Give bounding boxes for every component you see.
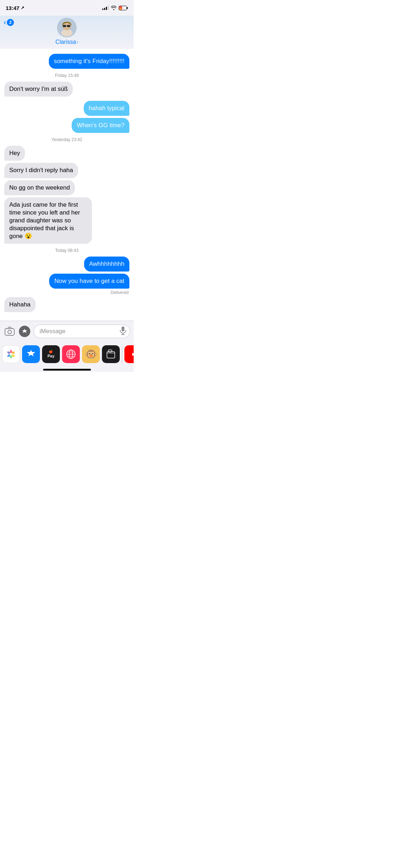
message-row: Hey	[0, 145, 134, 161]
message-bubble-received: Sorry I didn't reply haha	[4, 163, 78, 178]
message-row: hahah typical	[0, 100, 134, 117]
dock-divider	[122, 345, 122, 363]
dock-applepay[interactable]: 🍎 Pay	[42, 345, 60, 363]
status-bar: 13:47 ↗ ⚡	[0, 0, 134, 16]
message-bubble-received: Hey	[4, 146, 25, 161]
youtube-icon	[128, 348, 134, 360]
avatar[interactable]	[57, 18, 77, 37]
message-bubble-sent: something it's Friday!!!!!!!!!	[49, 54, 129, 69]
message-row: Sorry I didn't reply haha	[0, 162, 134, 179]
message-input-wrapper: iMessage	[34, 325, 130, 338]
message-row: Don't worry I'm at süß	[0, 81, 134, 97]
dock-appstore[interactable]	[22, 345, 40, 363]
dock-monkey[interactable]: 🐵	[82, 345, 100, 363]
appstore-icon	[25, 348, 37, 360]
dock-photos[interactable]	[2, 345, 20, 363]
svg-rect-12	[122, 326, 124, 331]
message-row: Awhhhhhhhh	[0, 256, 134, 272]
chat-area: something it's Friday!!!!!!!!! Friday 15…	[0, 49, 134, 321]
appstore-button[interactable]	[19, 325, 31, 337]
message-row: Now you have to get a cat	[0, 273, 134, 289]
input-bar: iMessage	[0, 321, 134, 342]
message-bubble-sent: hahah typical	[84, 101, 129, 116]
time-label: 13:47	[6, 5, 19, 11]
camera-icon	[5, 327, 15, 336]
dock-files[interactable]	[102, 345, 120, 363]
back-button[interactable]: ‹ 2	[4, 18, 14, 27]
svg-rect-28	[107, 352, 115, 358]
avatar-image	[57, 18, 77, 37]
dock: 🍎 Pay 🐵	[0, 342, 134, 366]
browser-icon	[65, 348, 77, 360]
camera-button[interactable]	[4, 325, 16, 337]
svg-rect-10	[5, 329, 14, 335]
home-indicator	[0, 366, 134, 372]
message-row: No gg on the weekend	[0, 180, 134, 196]
timestamp-friday: Friday 15:49	[0, 73, 134, 78]
photos-icon	[5, 348, 17, 360]
contact-name-label[interactable]: Clarissa ›	[56, 39, 78, 45]
files-icon	[106, 349, 116, 360]
message-bubble-sent: Now you have to get a cat	[49, 274, 129, 289]
home-pill	[43, 369, 91, 371]
contact-chevron: ›	[77, 40, 78, 45]
message-row: Ada just came for the first time since y…	[0, 197, 134, 244]
message-row: When's GG time?	[0, 117, 134, 134]
back-badge: 2	[7, 19, 14, 26]
svg-text:⚡: ⚡	[119, 7, 122, 10]
delivered-label: Delivered	[0, 290, 134, 295]
timestamp-today: Today 08:43	[0, 248, 134, 253]
timestamp-yesterday: Yesterday 23:42	[0, 137, 134, 142]
message-bubble-received: Hahaha	[4, 297, 36, 312]
nav-header: ‹ 2 Clarissa ›	[0, 16, 134, 49]
message-bubble-sent: Awhhhhhhhh	[84, 257, 129, 272]
dock-browser[interactable]	[62, 345, 80, 363]
status-icons: ⚡	[102, 6, 128, 10]
svg-rect-7	[63, 25, 66, 27]
dock-youtube[interactable]	[124, 345, 134, 363]
apps-icon	[21, 328, 28, 335]
message-row: something it's Friday!!!!!!!!!	[0, 52, 134, 69]
message-bubble-received: No gg on the weekend	[4, 180, 75, 195]
svg-rect-8	[67, 25, 70, 27]
message-bubble-received: Don't worry I'm at süß	[4, 82, 73, 97]
back-chevron: ‹	[4, 18, 6, 27]
wifi-icon	[111, 6, 117, 10]
svg-point-22	[10, 353, 12, 356]
signal-icon	[102, 6, 109, 10]
mic-button[interactable]	[119, 326, 127, 336]
battery-icon: ⚡	[119, 6, 128, 10]
mic-icon	[119, 326, 127, 335]
status-time: 13:47 ↗	[6, 5, 24, 11]
message-input[interactable]: iMessage	[34, 325, 130, 338]
message-bubble-sent: When's GG time?	[72, 118, 129, 133]
location-icon: ↗	[21, 5, 24, 10]
message-row: Hahaha	[0, 296, 134, 313]
message-bubble-received: Ada just came for the first time since y…	[4, 197, 92, 244]
svg-rect-1	[127, 7, 128, 9]
svg-point-11	[8, 330, 11, 334]
